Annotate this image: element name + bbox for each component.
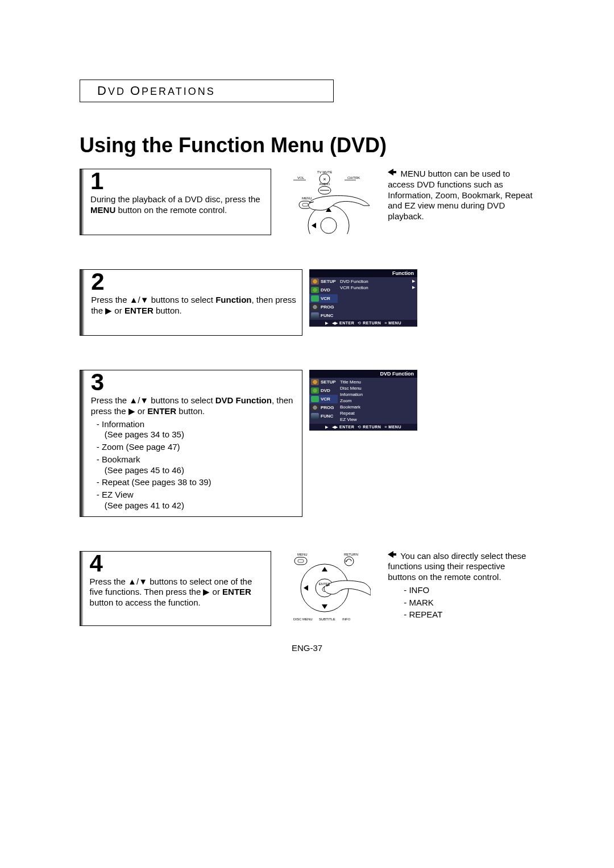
step-2-text: Press the ▲/▼ buttons to select Function… (91, 295, 296, 316)
step-4-text: Press the ▲/▼ buttons to select one of t… (90, 577, 265, 608)
page-number: ENG-37 (80, 643, 534, 653)
step-2-figure: Function SETUP DVD VCR PROG FUNC DVD Fun… (309, 269, 417, 327)
step-1-figure: TV MUTE VOL ✕ CH/TRK AUDIO MENU (278, 169, 371, 234)
svg-rect-11 (298, 560, 304, 562)
page-title: Using the Function Menu (DVD) (80, 133, 534, 157)
svg-text:✕: ✕ (323, 177, 326, 181)
step-1-text: During the playback of a DVD disc, press… (90, 194, 265, 216)
section-title: DVD OPERATIONS (97, 86, 215, 97)
step-3-number: 3 (91, 370, 296, 394)
label-subtitle: SUBTITLE (319, 617, 335, 621)
osd3-title: DVD Function (309, 370, 417, 378)
label-info: INFO (342, 617, 351, 621)
label-audio: AUDIO (319, 182, 330, 186)
step-1-box: 1 During the playback of a DVD disc, pre… (80, 169, 271, 235)
step-3-box: 3 Press the ▲/▼ buttons to select DVD Fu… (80, 370, 302, 517)
label-return: RETURN (344, 553, 358, 556)
label-chtrk: CH/TRK (347, 176, 360, 180)
svg-rect-10 (294, 557, 307, 565)
step-3-list: Information(See pages 34 to 35) Zoom (Se… (97, 419, 296, 511)
step-3-text: Press the ▲/▼ buttons to select DVD Func… (91, 395, 296, 417)
step-1-note: MENU button can be used to access DVD fu… (388, 169, 534, 222)
step-4-figure: MENU RETURN ENTER DISC MENU (278, 551, 371, 626)
osd2-title: Function (309, 269, 417, 277)
step-2-number: 2 (91, 270, 296, 294)
label-menu: MENU (302, 197, 312, 200)
label-tvmute: TV MUTE (317, 170, 331, 174)
step-4-number: 4 (90, 552, 265, 575)
label-menu2: MENU (297, 553, 308, 556)
step-1-number: 1 (90, 169, 265, 193)
note-arrow-icon (388, 169, 396, 176)
label-vol: VOL (297, 176, 305, 180)
label-discmenu: DISC MENU (293, 617, 313, 621)
step-4-note: You can also directly select these funct… (388, 551, 534, 623)
step-4-box: 4 Press the ▲/▼ buttons to select one of… (80, 551, 271, 626)
svg-rect-7 (302, 203, 308, 206)
step-2-box: 2 Press the ▲/▼ buttons to select Functi… (80, 269, 302, 336)
section-header: DVD OPERATIONS (80, 80, 334, 102)
step-3-figure: DVD Function SETUP DVD VCR PROG FUNC Tit… (309, 370, 417, 431)
note-arrow-icon (388, 551, 396, 558)
